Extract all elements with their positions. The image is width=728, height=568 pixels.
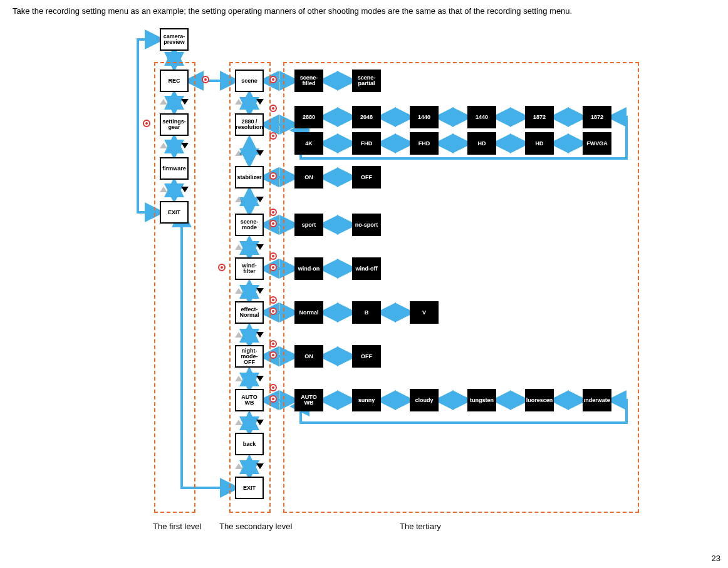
menu-diagram: camera-preview REC settings-gear firmwar… [125,27,728,547]
caption-first: The first level [153,522,201,531]
rd-l2-1b [269,132,277,140]
l3-res-5: 1872 [583,106,611,128]
l3-wb-2: cloudy [410,389,439,411]
l3-res2-2: FHD [410,132,439,155]
l3-wb-5: underwater [583,389,611,411]
nav-l2-6 [235,374,264,383]
l2-item-2: stabilizer [235,166,264,188]
l1-item-0: REC [160,70,189,92]
l3-wb-3: tungsten [467,389,496,411]
l1-item-2: firmware [160,157,189,180]
l3-scene-0: scene-filled [294,70,323,92]
intro-text: Take the recording setting menu as an ex… [13,6,715,16]
nav-l2-0 [235,97,264,106]
l3-res-4: 1872 [525,106,554,128]
rd-l2-5 [269,307,277,315]
l3-wind-0: wind-on [294,257,323,280]
rd-l2-2 [269,172,277,180]
l3-res-1: 2048 [352,106,381,128]
rd-l2-7a [269,384,277,391]
l2-item-8: back [235,433,264,455]
l3-night-1: OFF [352,345,381,368]
l3-stab-0: ON [294,166,323,188]
rd-l2-3 [269,220,277,227]
caption-third: The tertiary [400,522,441,531]
rd-l2-6 [269,351,277,359]
red-dot-l1-enter [143,120,150,127]
start-preview-label: camera-preview [161,33,187,46]
l3-res2-5: FWVGA [583,132,611,155]
l2-item-7: AUTO WB [235,389,264,411]
l1-item-3: EXIT [160,201,189,224]
rd-l2-5a [269,296,277,304]
nav-l2-2 [235,195,264,204]
nav-l2-3 [235,242,264,251]
rd-l2-6a [269,340,277,348]
l2-item-4: wind-filter [235,257,264,280]
rd-l2-4 [269,264,277,271]
l3-wb-1: sunny [352,389,381,411]
l2-item-5: effect-Normal [235,301,264,324]
nav-l2-1 [235,148,264,157]
l2-item-1: 2880 / resolution [235,113,264,136]
l3-res-3: 1440 [467,106,496,128]
l3-res-2: 1440 [410,106,439,128]
l3-eff-1: B [352,301,381,324]
nav-l2-8 [235,462,264,470]
nav-l1-1 [160,141,189,150]
rd-l2-return [218,264,226,271]
level3-outline [283,62,639,513]
nav-l2-4 [235,286,264,295]
nav-l2-5 [235,330,264,339]
l3-eff-0: Normal [294,301,323,324]
l3-res2-0: 4K [294,132,323,155]
l3-res2-3: HD [467,132,496,155]
l3-wb-0: AUTO WB [294,389,323,411]
rd-l2-7 [269,395,277,403]
l3-sm-1: no-sport [352,214,381,236]
start-preview-box: camera-preview [160,28,189,51]
l3-night-0: ON [294,345,323,368]
l2-item-0: scene [235,70,264,92]
l2-item-6: night-mode-OFF [235,345,264,368]
rd-l2-0 [269,76,277,83]
nav-l1-2 [160,185,189,194]
rd-l2-4a [269,252,277,260]
l3-stab-1: OFF [352,166,381,188]
nav-l2-7 [235,418,264,426]
l1-item-1: settings-gear [160,113,189,136]
rd-l2-3a [269,209,277,216]
l3-scene-1: scene-partial [352,70,381,92]
l3-wind-1: wind-off [352,257,381,280]
l3-eff-2: V [410,301,439,324]
caption-second: The secondary level [219,522,292,531]
l3-res2-1: FHD [352,132,381,155]
l3-res-0: 2880 [294,106,323,128]
l2-item-9: EXIT [235,477,264,499]
l3-res2-4: HD [525,132,554,155]
l3-wb-4: fluorescent [525,389,554,411]
red-dot-l1-to-l2 [202,76,209,83]
rd-l2-1 [269,105,277,112]
nav-l3-scene [323,66,332,75]
l2-item-3: scene-mode [235,214,264,236]
nav-l1-0 [160,97,189,106]
l3-sm-0: sport [294,214,323,236]
